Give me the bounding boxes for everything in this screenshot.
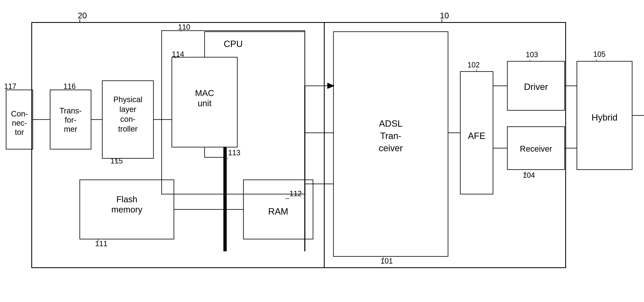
- cpu-label: CPU: [224, 39, 243, 49]
- physical-layer-label3: con-: [120, 115, 136, 123]
- label-117: 117: [4, 82, 16, 90]
- connector-left-label3: tor: [15, 128, 24, 136]
- adsl-label3: ceiver: [379, 143, 402, 153]
- label-113: 113: [228, 149, 240, 157]
- connector-left-label2: nec-: [12, 119, 27, 127]
- label-101: 101: [380, 257, 393, 265]
- afe-label: AFE: [468, 131, 486, 141]
- transformer-label: Trans-: [60, 106, 82, 115]
- diagram-container: 20 10 Con- nec- tor 117 Trans- for- mer …: [0, 0, 644, 302]
- transformer-label2: for-: [65, 116, 76, 124]
- ram-label: RAM: [268, 206, 288, 216]
- label-20: 20: [78, 11, 87, 20]
- flash-memory-label2: memory: [111, 205, 142, 214]
- label-10: 10: [440, 11, 449, 20]
- connector-left-label: Con-: [11, 109, 28, 118]
- label-102: 102: [468, 61, 480, 69]
- block-diagram-svg: 20 10 Con- nec- tor 117 Trans- for- mer …: [0, 0, 644, 302]
- flash-memory-label: Flash: [116, 195, 138, 204]
- physical-layer-label: Physical: [113, 95, 142, 104]
- adsl-label2: Tran-: [380, 131, 401, 141]
- label-115: 115: [110, 157, 123, 165]
- hybrid-label: Hybrid: [592, 112, 618, 122]
- physical-layer-label2: layer: [120, 105, 136, 114]
- label-110: 110: [178, 23, 190, 31]
- label-103: 103: [526, 50, 538, 59]
- label-114: 114: [172, 50, 184, 58]
- label-112: 112: [290, 189, 302, 198]
- driver-label: Driver: [524, 82, 548, 92]
- transformer-label3: mer: [64, 125, 77, 133]
- receiver-label: Receiver: [520, 144, 552, 153]
- label-104: 104: [523, 171, 535, 179]
- mac-unit-label: MAC: [195, 88, 214, 98]
- label-105: 105: [593, 50, 606, 58]
- mac-unit-label2: unit: [198, 98, 212, 108]
- physical-layer-label4: troller: [118, 125, 138, 133]
- label-116: 116: [64, 82, 76, 90]
- label-111: 111: [95, 240, 108, 248]
- adsl-label: ADSL: [379, 118, 402, 129]
